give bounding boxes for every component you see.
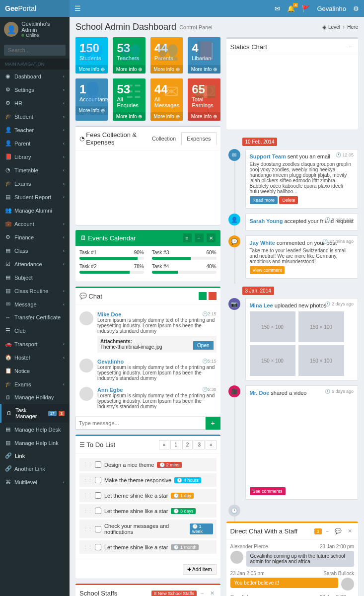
todo-checkbox[interactable] — [95, 492, 101, 499]
dc-minimize-button[interactable]: − — [324, 527, 331, 535]
dc-close-button[interactable]: ✕ — [346, 527, 354, 535]
page-link[interactable]: 3 — [194, 440, 205, 449]
sidebar-item-manage-holiday[interactable]: 🗓Manage Holiday — [0, 391, 70, 404]
timeline-action-button[interactable]: See comments — [250, 487, 286, 495]
sidebar-item-student-report[interactable]: ▤Student Report‹ — [0, 190, 70, 204]
sidebar-item-another-link[interactable]: 🔗Another Link — [0, 462, 70, 475]
sidebar-item-hr[interactable]: ⚙HR‹ — [0, 96, 70, 110]
sidebar-item-finance[interactable]: ⚙Finance‹ — [0, 230, 70, 244]
stat-box-teachers: 53Teachers👥More info ⊕ — [113, 37, 145, 74]
chat-status-green[interactable] — [199, 292, 207, 300]
direct-chat-box: Direct Chat With a Staff 3 − 💬 ✕ Alexand… — [226, 522, 358, 596]
stat-box-all-messages: 44All Messages✉More info ⊕ — [150, 78, 183, 121]
sidebar-item-settings[interactable]: ⚙Settings‹ — [0, 83, 70, 96]
calendar-icon: 🗓 — [80, 234, 86, 241]
sidebar-item-transfer-certificate[interactable]: ↔Transfer Certificate — [0, 311, 70, 324]
todo-checkbox[interactable] — [95, 526, 101, 532]
notifications-icon[interactable]: 🔔4 — [287, 5, 295, 12]
drag-handle[interactable]: ⋮⋮ — [83, 544, 92, 550]
chat-status-red[interactable] — [209, 292, 217, 300]
timeline-item: ✉🕐 12:05Support Team sent you an emailEt… — [226, 149, 358, 209]
more-info-link[interactable]: More info ⊕ — [150, 112, 183, 121]
mail-icon[interactable]: ✉ — [275, 5, 280, 12]
sidebar-item-teacher[interactable]: 👤Teacher‹ — [0, 123, 70, 137]
statics-minimize-button[interactable]: − — [347, 43, 354, 51]
page-link[interactable]: 2 — [182, 440, 193, 449]
search-input[interactable] — [4, 45, 80, 56]
page-link[interactable]: « — [159, 440, 170, 449]
page-link[interactable]: » — [206, 440, 217, 449]
statics-title: Statics Chart — [230, 43, 267, 51]
flag-icon[interactable]: 🚩 — [302, 5, 310, 12]
sidebar-search: 🔍 — [0, 42, 70, 59]
events-menu-button[interactable]: ≡ — [183, 233, 192, 242]
sidebar-item-attendance[interactable]: ☑Attendance‹ — [0, 257, 70, 271]
open-attachment-button[interactable]: Open — [193, 341, 213, 350]
sidebar-item-hostel[interactable]: 🏠Hostel‹ — [0, 351, 70, 364]
sidebar-item-timetable[interactable]: ◔Timetable‹ — [0, 163, 70, 177]
chat-title: Chat — [88, 293, 102, 300]
events-minimize-button[interactable]: − — [195, 233, 204, 242]
sidebar-item-dashboard[interactable]: ◉Dashboard‹ — [0, 70, 70, 83]
sidebar-item-account[interactable]: 💼Account‹ — [0, 217, 70, 230]
sidebar-item-parent[interactable]: 👤Parent‹ — [0, 137, 70, 150]
sidebar-item-manage-help-desk[interactable]: ▤Manage Help Desk — [0, 423, 70, 436]
tab-collection[interactable]: Collection — [146, 132, 181, 145]
sidebar-toggle[interactable]: ☰ — [74, 4, 81, 12]
fees-box: ◔ Fees Collection & Expenses Collection … — [75, 126, 220, 225]
sidebar-item-task-manager[interactable]: 🗓Task Manager173 — [0, 404, 70, 423]
sidebar-item-manage-alumni[interactable]: 👥Manage Alumni — [0, 204, 70, 217]
drag-handle[interactable]: ⋮⋮ — [83, 492, 92, 499]
user-avatar[interactable]: 👤 — [4, 22, 18, 37]
more-info-link[interactable]: More info ⊕ — [75, 106, 108, 115]
more-info-link[interactable]: More info ⊕ — [188, 112, 220, 121]
todo-checkbox[interactable] — [95, 461, 101, 468]
sidebar-item-notice[interactable]: 📋Notice — [0, 364, 70, 377]
dc-contacts-button[interactable]: 💬 — [333, 527, 344, 535]
task-progress: Task #440% — [152, 264, 217, 274]
more-info-link[interactable]: More info ⊕ — [75, 65, 108, 74]
add-item-button[interactable]: ✚ Add item — [183, 564, 217, 575]
timeline-action-button[interactable]: Delete — [279, 196, 298, 204]
drag-handle[interactable]: ⋮⋮ — [83, 461, 92, 468]
todo-checkbox[interactable] — [95, 477, 101, 483]
sidebar-item-library[interactable]: 📕Library‹ — [0, 150, 70, 163]
staffs-minimize-button[interactable]: − — [199, 590, 206, 596]
sidebar-item-class-routine[interactable]: ▤Class Routine‹ — [0, 284, 70, 298]
sidebar-item-transport[interactable]: 🚗Transport‹ — [0, 337, 70, 351]
sidebar-item-exams[interactable]: 🎓Exams‹ — [0, 377, 70, 391]
sidebar-item-subject[interactable]: ▤Subject — [0, 271, 70, 284]
page-link[interactable]: 1 — [170, 440, 181, 449]
events-close-button[interactable]: ✕ — [207, 233, 216, 242]
sidebar-item-manage-help-link[interactable]: ▤Manage Help Link — [0, 436, 70, 449]
pie-icon: ◔ — [79, 135, 84, 142]
drag-handle[interactable]: ⋮⋮ — [83, 508, 92, 514]
more-info-link[interactable]: More info ⊕ — [188, 65, 220, 74]
todo-checkbox[interactable] — [95, 544, 101, 550]
timeline-action-button[interactable]: View comment — [250, 266, 285, 274]
sidebar-item-message[interactable]: ✉Message‹ — [0, 298, 70, 311]
drag-handle[interactable]: ⋮⋮ — [83, 477, 92, 483]
chat-send-button[interactable]: + — [206, 417, 220, 430]
sidebar-item-club[interactable]: ☰Club — [0, 324, 70, 337]
more-info-link[interactable]: More info ⊕ — [113, 65, 145, 74]
photo-placeholder: 150 × 100 — [250, 345, 295, 376]
drag-handle[interactable]: ⋮⋮ — [83, 526, 92, 532]
sidebar-item-student[interactable]: 🎓Student‹ — [0, 110, 70, 123]
sidebar-item-multilevel[interactable]: ⌘Multilevel‹ — [0, 475, 70, 489]
topbar-user[interactable]: Gevalinho — [317, 5, 346, 12]
staffs-close-button[interactable]: ✕ — [208, 589, 217, 596]
chat-input[interactable] — [75, 417, 206, 430]
sidebar: GeePortal 👤 Gevalinho's Admin Online 🔍 M… — [0, 0, 70, 596]
logo[interactable]: GeePortal — [0, 0, 70, 17]
gears-icon[interactable]: ⚙ — [353, 5, 359, 12]
more-info-link[interactable]: More info ⊕ — [150, 65, 183, 74]
more-info-link[interactable]: More info ⊕ — [113, 112, 145, 121]
tab-expenses[interactable]: Expenses — [181, 132, 216, 145]
timeline-action-button[interactable]: Read more — [250, 196, 278, 204]
todo-checkbox[interactable] — [95, 508, 101, 514]
sidebar-item-class[interactable]: ▤Class‹ — [0, 244, 70, 257]
topbar: ☰ ✉ 🔔4 🚩 Gevalinho ⚙ — [70, 0, 364, 17]
sidebar-item-exams[interactable]: 🎓Exams‹ — [0, 177, 70, 190]
stat-box-parents: 44Parents👥More info ⊕ — [150, 37, 183, 74]
